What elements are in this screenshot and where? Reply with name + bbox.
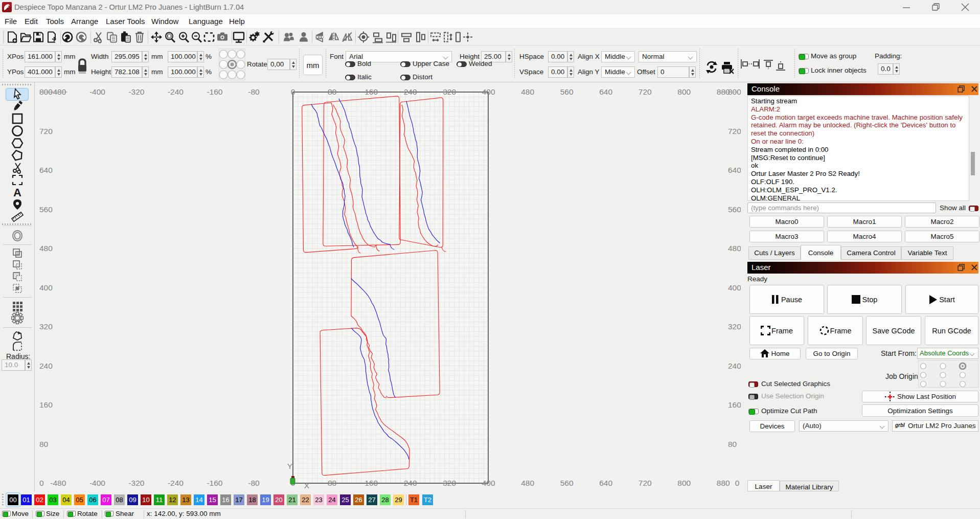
- svg-text:320: 320: [728, 322, 741, 331]
- svg-text:0: 0: [39, 479, 44, 487]
- svg-text:400: 400: [482, 479, 495, 487]
- svg-text:80: 80: [328, 87, 337, 96]
- svg-text:720: 720: [639, 479, 652, 487]
- svg-text:-160: -160: [207, 479, 222, 487]
- svg-text:-480: -480: [50, 479, 66, 487]
- svg-text:560: 560: [560, 87, 574, 96]
- svg-text:Y: Y: [287, 462, 292, 470]
- svg-text:800: 800: [677, 87, 691, 96]
- svg-text:720: 720: [39, 127, 53, 136]
- svg-text:0: 0: [291, 87, 295, 96]
- svg-text:320: 320: [443, 87, 456, 96]
- svg-text:320: 320: [443, 479, 456, 487]
- svg-text:-400: -400: [89, 479, 105, 487]
- svg-text:560: 560: [728, 205, 741, 214]
- svg-text:640: 640: [39, 166, 53, 174]
- svg-text:880: 880: [717, 479, 730, 487]
- svg-text:-160: -160: [207, 87, 222, 96]
- svg-text:240: 240: [39, 362, 53, 370]
- svg-text:720: 720: [728, 127, 741, 136]
- svg-text:240: 240: [728, 362, 741, 370]
- svg-text:-320: -320: [128, 479, 144, 487]
- svg-text:240: 240: [404, 87, 417, 96]
- svg-text:-80: -80: [248, 479, 260, 487]
- svg-text:160: 160: [364, 479, 378, 487]
- svg-text:400: 400: [728, 283, 741, 292]
- svg-text:-80: -80: [248, 87, 260, 96]
- svg-text:560: 560: [560, 479, 574, 487]
- svg-text:640: 640: [599, 87, 612, 96]
- svg-text:160: 160: [364, 87, 378, 96]
- svg-text:480: 480: [521, 479, 534, 487]
- svg-text:0: 0: [735, 479, 740, 487]
- svg-text:80: 80: [328, 479, 337, 487]
- svg-text:240: 240: [404, 479, 417, 487]
- svg-text:400: 400: [39, 283, 53, 292]
- svg-text:560: 560: [39, 205, 53, 214]
- svg-text:80: 80: [728, 440, 737, 448]
- svg-text:-240: -240: [168, 479, 184, 487]
- svg-text:320: 320: [39, 322, 53, 331]
- svg-text:160: 160: [728, 400, 741, 409]
- svg-text:-320: -320: [128, 87, 144, 96]
- svg-text:640: 640: [599, 479, 612, 487]
- svg-text:720: 720: [639, 87, 652, 96]
- svg-text:80: 80: [39, 440, 49, 448]
- svg-text:400: 400: [482, 87, 495, 96]
- svg-text:480: 480: [521, 87, 534, 96]
- svg-text:640: 640: [728, 166, 741, 174]
- svg-text:800: 800: [677, 479, 691, 487]
- svg-text:-240: -240: [168, 87, 184, 96]
- svg-text:480: 480: [728, 244, 741, 253]
- svg-text:X: X: [304, 481, 310, 490]
- svg-text:-400: -400: [89, 87, 105, 96]
- svg-text:480: 480: [39, 244, 53, 253]
- svg-text:160: 160: [39, 400, 53, 409]
